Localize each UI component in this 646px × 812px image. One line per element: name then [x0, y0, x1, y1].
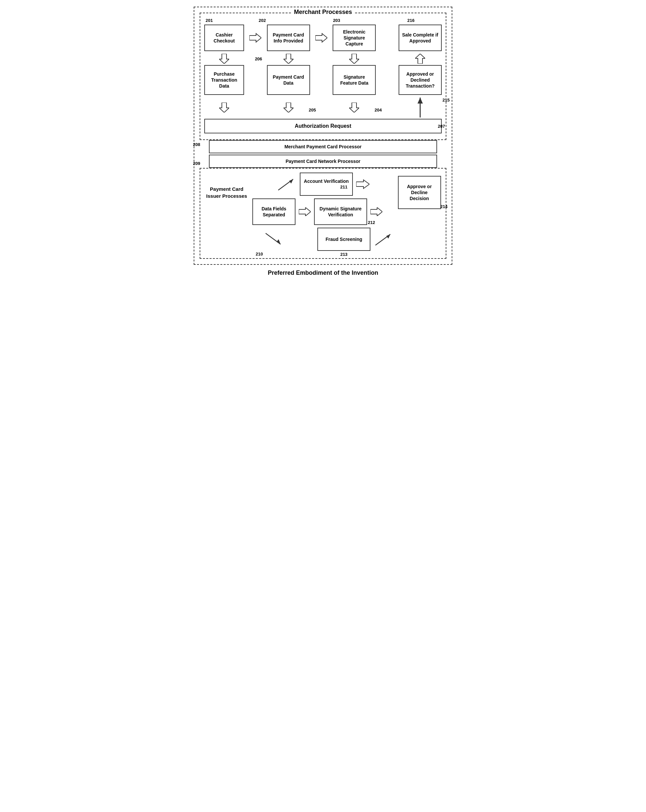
caption: Preferred Embodiment of the Invention [193, 269, 453, 276]
payment-card-data-box: Payment Card Data [267, 65, 310, 95]
arrow-right-dsv [370, 208, 382, 216]
ref-207: 207 [438, 124, 445, 129]
data-fields-box: Data Fields Separated [252, 198, 296, 225]
arrow-right-2 [315, 33, 328, 43]
svg-marker-15 [370, 208, 382, 216]
electronic-signature-box: Electronic Signature Capture [333, 24, 376, 51]
arrow-down-esig [333, 54, 376, 64]
ref-209: 209 [193, 161, 200, 166]
page-wrapper: Merchant Processes 201 202 203 216 [193, 7, 453, 276]
svg-marker-19 [386, 234, 390, 238]
svg-marker-3 [283, 54, 294, 64]
ref-206: 206 [255, 56, 262, 61]
ref-215: 215 [442, 98, 450, 102]
svg-marker-13 [356, 180, 369, 188]
sale-complete-box: Sale Complete if Approved [399, 24, 442, 51]
signature-feature-box: Signature Feature Data [333, 65, 376, 95]
svg-marker-0 [249, 34, 261, 42]
ref-208: 208 [193, 142, 200, 147]
arrow-down-payment [267, 54, 310, 64]
card-issuer-label: Payment Card Issuer Processes [204, 172, 249, 212]
merchant-processor-box: Merchant Payment Card Processor [209, 140, 437, 153]
account-verification-box: Account Verification 211 [300, 172, 353, 196]
arrow-right-to-approve [356, 179, 369, 189]
issuer-center: Account Verification 211 [252, 172, 394, 251]
svg-marker-17 [277, 239, 280, 244]
network-processor-box: Payment Card Network Processor [209, 155, 437, 168]
ref-202: 202 [259, 18, 266, 23]
merchant-section: Merchant Processes 201 202 203 216 [200, 12, 446, 140]
svg-marker-8 [349, 102, 359, 113]
arrow-down-purchase [204, 102, 244, 113]
ref-213: 213 [340, 252, 347, 257]
arrow-up-sale [399, 54, 442, 64]
svg-marker-12 [289, 179, 293, 183]
arrow-down-right-fraud [264, 233, 284, 246]
ref-210: 210 [256, 252, 263, 256]
arrow-up-right-fraud [374, 233, 394, 246]
ref-216: 216 [407, 18, 414, 23]
ref-201: 201 [206, 18, 213, 23]
ref-205: 205 [309, 107, 316, 113]
ref-214: 214 [440, 204, 448, 209]
purchase-transaction-box: Purchase Transaction Data [204, 65, 244, 95]
arrow-up-right-1 [277, 177, 297, 191]
svg-marker-4 [349, 54, 359, 64]
svg-marker-5 [415, 54, 425, 64]
svg-marker-10 [417, 98, 423, 104]
arrow-right-dfs [299, 208, 311, 216]
arrow-right-1 [249, 33, 262, 43]
approve-decline-wrapper: Approve or Decline Decision 214 [397, 172, 442, 212]
processor-section: 208 Merchant Payment Card Processor Paym… [200, 140, 446, 168]
dynamic-signature-box: Dynamic Signature Verification [314, 198, 367, 225]
ref-212: 212 [368, 220, 375, 225]
arrow-up-approveddeclined: 215 [399, 98, 442, 118]
svg-marker-7 [283, 102, 294, 113]
cashier-checkout-box: Cashier Checkout [204, 24, 244, 51]
approved-declined-box: Approved or Declined Transaction? [399, 65, 442, 95]
svg-marker-1 [315, 34, 327, 42]
issuer-section: Payment Card Issuer Processes [200, 168, 446, 259]
ref-204: 204 [375, 107, 382, 113]
svg-marker-14 [299, 208, 311, 216]
ref-203: 203 [333, 18, 340, 23]
svg-marker-2 [219, 54, 229, 64]
authorization-request-box: Authorization Request [204, 119, 442, 133]
outer-dashed-border: Merchant Processes 201 202 203 216 [193, 7, 453, 265]
merchant-title: Merchant Processes [291, 9, 355, 15]
svg-marker-6 [219, 102, 229, 113]
arrow-down-sigdata: 204 [333, 102, 376, 113]
fraud-screening-box: Fraud Screening [317, 227, 370, 251]
approve-decline-box: Approve or Decline Decision [398, 176, 441, 209]
arrow-down-cashier [204, 54, 244, 64]
arrow-down-carddata: 205 [267, 102, 310, 113]
payment-card-info-box: Payment Card Info Provided [267, 24, 310, 51]
